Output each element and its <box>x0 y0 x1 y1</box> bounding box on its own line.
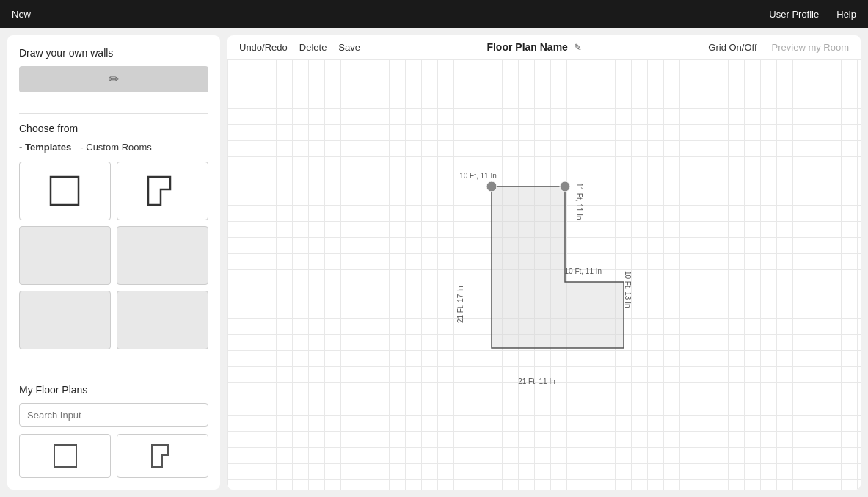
floor-plan-item-2[interactable] <box>117 434 208 478</box>
svg-rect-0 <box>51 177 79 205</box>
toolbar-left: Undo/Redo Delete Save <box>239 42 360 53</box>
template-svg-1 <box>45 171 85 211</box>
floor-plan-item-1[interactable] <box>19 434 111 478</box>
fp-svg-1 <box>51 442 79 470</box>
nav-left: New <box>12 9 31 20</box>
undo-redo-button[interactable]: Undo/Redo <box>239 42 288 53</box>
left-panel: Draw your own walls ✏ Choose from Templa… <box>7 35 220 490</box>
draw-walls-title: Draw your own walls <box>19 47 208 59</box>
canvas-toolbar: Undo/Redo Delete Save Floor Plan Name ✎ … <box>227 35 861 59</box>
my-floor-plans-section: My Floor Plans <box>19 384 208 478</box>
grid-canvas[interactable]: 10 Ft, 11 In 11 Ft, 11 In 10 Ft, 11 In 1… <box>227 59 861 490</box>
floor-plan-name: Floor Plan Name <box>486 41 567 53</box>
tab-custom-rooms[interactable]: Custom Rooms <box>80 142 152 153</box>
new-nav-item[interactable]: New <box>12 9 31 20</box>
divider-1 <box>19 113 208 114</box>
preview-room-button[interactable]: Preview my Room <box>772 42 849 53</box>
dim-label-top: 10 Ft, 11 In <box>459 172 497 180</box>
dim-label-right-top: 11 Ft, 11 In <box>575 183 583 220</box>
pencil-icon: ✏ <box>109 71 120 87</box>
template-item-2[interactable] <box>117 162 208 220</box>
template-svg-2 <box>142 171 183 211</box>
dim-label-right-bottom: 10 Ft, 13 In <box>623 271 631 308</box>
floor-plan-grid <box>19 434 208 478</box>
user-profile-nav-item[interactable]: User Profile <box>769 9 819 20</box>
tab-templates[interactable]: Templates <box>19 142 71 153</box>
help-nav-item[interactable]: Help <box>836 9 856 20</box>
search-input[interactable] <box>27 410 200 421</box>
template-item-3[interactable] <box>19 226 111 285</box>
template-item-4[interactable] <box>117 226 208 285</box>
template-item-5[interactable] <box>19 291 111 349</box>
delete-button[interactable]: Delete <box>299 42 327 53</box>
search-input-wrapper[interactable] <box>19 403 208 427</box>
dim-label-bottom: 21 Ft, 11 In <box>518 377 555 385</box>
grid-toggle-button[interactable]: Grid On/Off <box>708 42 756 53</box>
main-layout: Draw your own walls ✏ Choose from Templa… <box>0 28 868 497</box>
save-button[interactable]: Save <box>338 42 360 53</box>
my-floor-plans-title: My Floor Plans <box>19 384 208 396</box>
choose-from-section: Choose from Templates Custom Rooms <box>19 123 208 349</box>
divider-2 <box>19 366 208 366</box>
dim-label-right-mid: 10 Ft, 11 In <box>565 267 602 275</box>
edit-icon[interactable]: ✎ <box>574 42 582 53</box>
template-grid <box>19 162 208 349</box>
fp-svg-2 <box>149 442 177 470</box>
dim-label-left: 21 Ft, 17 In <box>456 286 464 324</box>
template-tabs: Templates Custom Rooms <box>19 142 208 153</box>
svg-rect-1 <box>54 445 76 467</box>
floor-plan-shape <box>477 172 646 377</box>
svg-point-3 <box>560 181 570 192</box>
toolbar-center: Floor Plan Name ✎ <box>360 41 708 53</box>
draw-walls-button[interactable]: ✏ <box>19 66 208 92</box>
svg-point-2 <box>486 181 497 192</box>
toolbar-right: Grid On/Off Preview my Room <box>708 42 849 53</box>
choose-from-title: Choose from <box>19 123 208 134</box>
template-item-6[interactable] <box>117 291 208 349</box>
nav-right: User Profile Help <box>769 9 856 20</box>
template-item-1[interactable] <box>19 162 111 220</box>
top-nav: New User Profile Help <box>0 0 868 28</box>
canvas-panel: Undo/Redo Delete Save Floor Plan Name ✎ … <box>227 35 861 490</box>
